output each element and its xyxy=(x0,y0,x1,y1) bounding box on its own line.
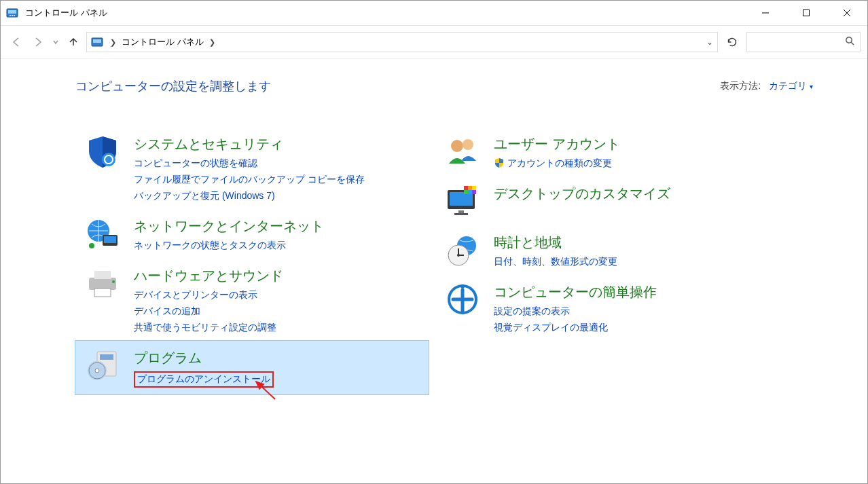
category-programs[interactable]: プログラム プログラムのアンインストール xyxy=(75,341,429,394)
svg-point-21 xyxy=(112,280,115,283)
svg-point-17 xyxy=(89,243,94,248)
category-ease-of-access[interactable]: コンピューターの簡単操作 設定の提案の表示 視覚ディスプレイの最適化 xyxy=(435,275,789,341)
svg-rect-37 xyxy=(464,190,468,194)
breadcrumb-item[interactable]: コントロール パネル xyxy=(119,36,206,48)
sub-link[interactable]: 日付、時刻、数値形式の変更 xyxy=(494,256,617,268)
svg-point-3 xyxy=(12,15,13,16)
left-column: システムとセキュリティ コンピューターの状態を確認 ファイル履歴でファイルのバッ… xyxy=(75,127,429,394)
window-title: コントロール パネル xyxy=(25,7,107,19)
category-hardware-sound[interactable]: ハードウェアとサウンド デバイスとプリンターの表示 デバイスの追加 共通で使うモ… xyxy=(75,259,429,341)
svg-rect-18 xyxy=(89,278,116,290)
content-area: コンピューターの設定を調整します 表示方法: カテゴリ ▾ システムとセキュリテ… xyxy=(1,59,867,483)
window-buttons xyxy=(745,1,867,25)
category-head[interactable]: プログラム xyxy=(134,349,274,367)
svg-rect-39 xyxy=(472,190,476,194)
chevron-down-icon[interactable]: ⌄ xyxy=(706,37,713,47)
category-appearance[interactable]: デスクトップのカスタマイズ xyxy=(435,176,789,225)
sub-link[interactable]: ファイル履歴でファイルのバックアップ コピーを保存 xyxy=(134,174,365,186)
forward-button[interactable] xyxy=(29,33,47,51)
chevron-down-icon: ▾ xyxy=(810,83,813,90)
sub-link[interactable]: バックアップと復元 (Windows 7) xyxy=(134,190,365,202)
breadcrumb-sep-icon[interactable]: ❯ xyxy=(206,38,218,47)
svg-point-11 xyxy=(846,37,852,43)
titlebar: コントロール パネル xyxy=(1,1,867,26)
svg-point-26 xyxy=(95,369,99,373)
maximize-button[interactable] xyxy=(786,1,827,25)
uac-shield-icon xyxy=(494,157,505,168)
svg-point-29 xyxy=(463,139,473,150)
people-icon xyxy=(445,134,480,169)
svg-rect-38 xyxy=(468,190,472,194)
svg-rect-36 xyxy=(472,186,476,190)
category-head[interactable]: デスクトップのカスタマイズ xyxy=(494,185,670,203)
svg-rect-34 xyxy=(464,186,468,190)
page-title: コンピューターの設定を調整します xyxy=(75,78,271,94)
control-panel-app-icon xyxy=(6,7,18,19)
control-panel-window: コントロール パネル ❯ コントロール パネル ❯ ⌄ xyxy=(0,0,868,484)
sub-link[interactable]: 設定の提案の表示 xyxy=(494,305,657,318)
svg-line-12 xyxy=(851,42,854,45)
address-bar[interactable]: ❯ コントロール パネル ❯ ⌄ xyxy=(86,32,718,52)
refresh-button[interactable] xyxy=(722,33,742,52)
breadcrumb-sep-icon[interactable]: ❯ xyxy=(107,38,119,47)
sub-link[interactable]: ネットワークの状態とタスクの表示 xyxy=(134,240,324,252)
sub-link[interactable]: 共通で使うモビリティ設定の調整 xyxy=(134,322,283,334)
svg-rect-19 xyxy=(94,271,111,279)
category-system-security[interactable]: システムとセキュリティ コンピューターの状態を確認 ファイル履歴でファイルのバッ… xyxy=(75,127,429,209)
svg-point-4 xyxy=(14,15,15,16)
clock-globe-icon xyxy=(445,232,480,267)
category-network[interactable]: ネットワークとインターネット ネットワークの状態とタスクの表示 xyxy=(75,209,429,259)
category-head[interactable]: ネットワークとインターネット xyxy=(134,217,324,236)
svg-rect-33 xyxy=(454,213,468,215)
back-button[interactable] xyxy=(7,33,25,51)
view-mode-label: 表示方法: xyxy=(720,80,761,91)
disc-box-icon xyxy=(85,348,120,383)
up-button[interactable] xyxy=(65,33,82,51)
right-column: ユーザー アカウント アカウントの種類の変更 xyxy=(435,127,789,394)
svg-rect-6 xyxy=(803,10,810,16)
svg-rect-23 xyxy=(100,354,113,360)
svg-point-28 xyxy=(451,140,463,152)
category-head[interactable]: コンピューターの簡単操作 xyxy=(494,283,657,301)
category-head[interactable]: 時計と地域 xyxy=(494,234,617,252)
svg-rect-32 xyxy=(458,210,464,213)
svg-line-27 xyxy=(256,381,275,399)
category-head[interactable]: ユーザー アカウント xyxy=(494,135,620,153)
sub-link[interactable]: コンピューターの状態を確認 xyxy=(134,157,365,170)
printer-icon xyxy=(85,265,120,301)
svg-rect-1 xyxy=(8,10,16,14)
search-box[interactable] xyxy=(746,32,861,52)
shield-icon xyxy=(85,134,120,169)
close-button[interactable] xyxy=(827,1,867,25)
svg-point-44 xyxy=(457,254,460,257)
search-icon xyxy=(845,36,854,48)
monitor-colors-icon xyxy=(445,183,480,219)
nav-row: ❯ コントロール パネル ❯ ⌄ xyxy=(1,26,867,59)
category-head[interactable]: システムとセキュリティ xyxy=(134,135,365,153)
category-clock-region[interactable]: 時計と地域 日付、時刻、数値形式の変更 xyxy=(435,225,789,275)
view-mode: 表示方法: カテゴリ ▾ xyxy=(720,80,813,92)
sub-link[interactable]: デバイスとプリンターの表示 xyxy=(134,289,283,301)
minimize-button[interactable] xyxy=(745,1,786,25)
svg-rect-20 xyxy=(94,288,111,297)
svg-rect-35 xyxy=(468,186,472,190)
category-user-accounts[interactable]: ユーザー アカウント アカウントの種類の変更 xyxy=(435,127,789,176)
page-header-row: コンピューターの設定を調整します 表示方法: カテゴリ ▾ xyxy=(75,78,813,94)
svg-point-2 xyxy=(10,15,11,16)
ease-of-access-icon xyxy=(445,282,480,317)
recent-dropdown[interactable] xyxy=(51,33,60,51)
category-grid: システムとセキュリティ コンピューターの状態を確認 ファイル履歴でファイルのバッ… xyxy=(75,127,813,394)
control-panel-breadcrumb-icon xyxy=(91,36,103,48)
svg-rect-16 xyxy=(104,236,116,243)
red-arrow-annotation xyxy=(252,379,279,403)
view-mode-dropdown[interactable]: カテゴリ ▾ xyxy=(769,80,813,91)
sub-link[interactable]: デバイスの追加 xyxy=(134,305,283,318)
globe-icon xyxy=(85,216,120,251)
category-head[interactable]: ハードウェアとサウンド xyxy=(134,267,283,285)
svg-rect-10 xyxy=(93,39,101,43)
sub-link[interactable]: 視覚ディスプレイの最適化 xyxy=(494,322,657,334)
sub-link[interactable]: アカウントの種類の変更 xyxy=(494,157,620,170)
